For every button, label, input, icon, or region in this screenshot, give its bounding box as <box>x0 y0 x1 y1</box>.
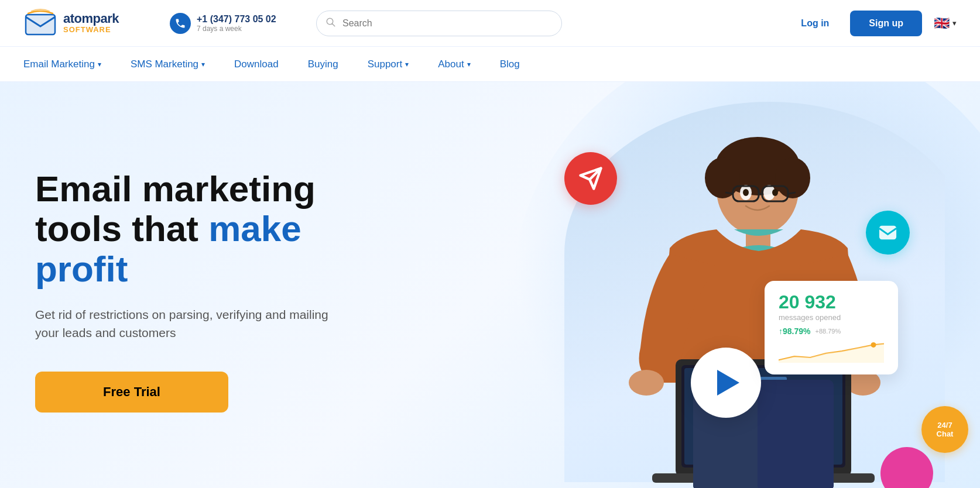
chevron-down-icon: ▾ <box>467 60 471 68</box>
header: atompark software +1 (347) 773 05 02 7 d… <box>0 0 980 47</box>
phone-hours: 7 days a week <box>197 25 276 33</box>
logo-icon <box>23 9 57 38</box>
float-send-icon <box>564 152 617 205</box>
stats-label: messages opened <box>779 313 884 322</box>
hero-left: Email marketing tools that make profit G… <box>0 82 410 488</box>
logo[interactable]: atompark software <box>23 9 152 38</box>
chevron-down-icon: ▾ <box>405 60 409 68</box>
hero-right: 20 932 messages opened ↑98.79% +88.79% 2… <box>410 82 980 488</box>
brand-sub: software <box>63 26 119 34</box>
svg-rect-29 <box>879 226 896 239</box>
play-icon <box>717 370 739 396</box>
chevron-down-icon: ▾ <box>98 60 101 68</box>
hero-subtitle: Get rid of restrictions on parsing, veri… <box>35 305 340 342</box>
nav-blog[interactable]: Blog <box>500 59 520 70</box>
nav-sms-marketing[interactable]: SMS Marketing ▾ <box>131 59 205 70</box>
svg-rect-28 <box>758 380 834 488</box>
svg-point-17 <box>629 370 664 396</box>
svg-point-30 <box>871 342 876 348</box>
float-email-icon <box>866 211 910 255</box>
svg-point-5 <box>775 157 810 198</box>
phone-area: +1 (347) 773 05 02 7 days a week <box>170 13 287 34</box>
stats-card: 20 932 messages opened ↑98.79% +88.79% <box>765 281 898 374</box>
flag-icon: 🇬🇧 <box>934 16 950 31</box>
login-button[interactable]: Log in <box>791 13 838 33</box>
free-trial-button[interactable]: Free Trial <box>35 372 228 413</box>
search-bar <box>316 11 562 36</box>
phone-icon <box>170 13 191 34</box>
nav-email-marketing[interactable]: Email Marketing ▾ <box>23 59 101 70</box>
stats-chart <box>779 341 884 364</box>
chat-badge[interactable]: 24/7 Chat <box>921 406 968 453</box>
brand-name: atompark <box>63 12 119 26</box>
play-button[interactable] <box>691 348 761 418</box>
hero-title: Email marketing tools that make profit <box>35 169 375 289</box>
svg-point-13 <box>743 189 749 196</box>
svg-point-4 <box>705 157 740 198</box>
svg-point-14 <box>772 189 778 196</box>
svg-rect-0 <box>26 15 55 35</box>
signup-button[interactable]: Sign up <box>850 11 922 36</box>
hero-section: Email marketing tools that make profit G… <box>0 82 980 488</box>
nav-about[interactable]: About ▾ <box>438 59 470 70</box>
language-selector[interactable]: 🇬🇧 ▾ <box>934 16 957 31</box>
nav-buying[interactable]: Buying <box>308 59 338 70</box>
main-nav: Email Marketing ▾ SMS Marketing ▾ Downlo… <box>0 47 980 82</box>
chevron-down-icon: ▾ <box>201 60 205 68</box>
header-actions: Log in Sign up 🇬🇧 ▾ <box>791 11 957 36</box>
nav-support[interactable]: Support ▾ <box>368 59 409 70</box>
search-input[interactable] <box>316 11 562 36</box>
phone-number: +1 (347) 773 05 02 <box>197 14 276 25</box>
chevron-down-icon: ▾ <box>952 19 957 28</box>
nav-download[interactable]: Download <box>234 59 279 70</box>
stats-percent: ↑98.79% <box>779 327 810 336</box>
stats-number: 20 932 <box>779 291 884 313</box>
stats-sub-percent: +88.79% <box>815 328 841 335</box>
search-icon <box>325 17 336 30</box>
